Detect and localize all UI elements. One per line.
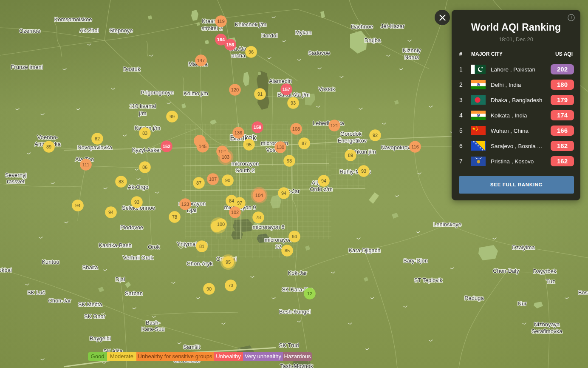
svg-text:94: 94 (292, 234, 297, 239)
svg-text:87: 87 (302, 141, 307, 146)
svg-text:12: 12 (275, 243, 281, 250)
svg-text:116: 116 (411, 144, 419, 149)
svg-text:89: 89 (46, 144, 51, 149)
svg-text:SK Luč: SK Luč (27, 289, 45, 296)
svg-text:97: 97 (237, 200, 242, 205)
svg-text:86: 86 (142, 165, 147, 170)
svg-text:Raduga: Raduga (464, 295, 484, 301)
svg-text:83: 83 (142, 131, 147, 136)
svg-text:Verhnii Orok: Verhnii Orok (123, 254, 153, 261)
svg-text:94: 94 (321, 178, 326, 183)
svg-text:Kyzyl-Asker: Kyzyl-Asker (132, 147, 161, 153)
svg-text:Alamedin: Alamedin (269, 78, 292, 84)
svg-text:microrayon: microrayon (232, 160, 259, 167)
svg-text:96: 96 (249, 49, 254, 54)
svg-text:j/m: j/m (139, 110, 146, 117)
svg-text:119: 119 (217, 19, 225, 24)
svg-text:Bash-: Bash- (146, 320, 160, 326)
svg-text:95: 95 (246, 142, 252, 147)
svg-text:90: 90 (225, 178, 230, 183)
svg-text:Sary-Djon: Sary-Djon (403, 257, 428, 264)
svg-text:microrayon 6: microrayon 6 (252, 224, 284, 230)
svg-text:Chon-Daly: Chon-Daly (493, 268, 519, 274)
svg-text:Baygeldi: Baygeldi (90, 335, 111, 342)
svg-text:Djal: Djal (116, 276, 125, 282)
svg-text:94: 94 (75, 203, 80, 208)
svg-text:93: 93 (291, 100, 296, 106)
svg-text:100: 100 (217, 222, 225, 227)
svg-text:Shalta: Shalta (82, 264, 99, 271)
svg-text:ST Teplovik: ST Teplovik (414, 277, 443, 283)
svg-text:microrayon: microrayon (265, 237, 292, 243)
svg-text:Tash-Moynok: Tash-Moynok (280, 363, 313, 368)
svg-text:Dordoi: Dordoi (261, 32, 277, 39)
svg-text:111: 111 (82, 162, 90, 167)
svg-text:Frunze imeni: Frunze imeni (11, 64, 42, 70)
svg-text:157: 157 (283, 87, 290, 92)
svg-text:Tuz: Tuz (546, 278, 555, 285)
svg-text:archa: archa (232, 52, 246, 59)
svg-text:82: 82 (95, 136, 100, 141)
svg-text:Severnyj: Severnyj (5, 172, 27, 178)
svg-text:Plodovoe: Plodovoe (120, 224, 143, 231)
svg-text:Nizhniy: Nizhniy (403, 47, 421, 54)
svg-text:Sarban: Sarban (125, 290, 143, 297)
svg-text:89: 89 (348, 153, 353, 158)
svg-text:Kashka-Bash: Kashka-Bash (99, 242, 131, 248)
svg-text:12: 12 (307, 291, 312, 296)
svg-text:Ak-Orgo: Ak-Orgo (128, 184, 148, 190)
svg-text:156: 156 (226, 42, 234, 47)
svg-text:Énergetikov: Énergetikov (338, 137, 367, 144)
svg-text:93: 93 (361, 168, 366, 174)
svg-text:Besh-Kungei: Besh-Kungei (279, 308, 311, 315)
svg-text:Dachnoe: Dachnoe (351, 23, 373, 30)
svg-text:Mykan: Mykan (295, 29, 311, 36)
svg-text:110 kvartal: 110 kvartal (130, 103, 156, 109)
svg-text:136: 136 (235, 130, 242, 135)
svg-text:Bos-: Bos- (578, 289, 588, 296)
svg-text:78: 78 (256, 215, 261, 220)
svg-text:108: 108 (292, 126, 300, 131)
svg-text:Kolmo j/m: Kolmo j/m (184, 90, 208, 97)
svg-text:Voenno-: Voenno- (37, 134, 58, 140)
svg-text:81: 81 (199, 244, 204, 249)
svg-text:94: 94 (108, 210, 113, 215)
svg-text:rassvet: rassvet (7, 178, 25, 185)
svg-text:103: 103 (222, 154, 229, 160)
svg-text:Jer-Kazar: Jer-Kazar (381, 23, 405, 29)
svg-text:121: 121 (331, 123, 338, 128)
svg-text:Ozernoe: Ozernoe (19, 28, 40, 34)
svg-text:Prigorognoye: Prigorognoye (141, 89, 173, 96)
svg-text:i: i (571, 15, 572, 20)
svg-text:147: 147 (197, 58, 205, 63)
svg-text:92: 92 (373, 133, 378, 138)
svg-text:Chon-Aryk: Chon-Aryk (187, 260, 213, 267)
svg-text:Orok: Orok (148, 244, 160, 250)
svg-text:95: 95 (226, 260, 231, 265)
svg-text:SK Trud: SK Trud (279, 342, 299, 348)
svg-text:Gorodok: Gorodok (340, 131, 362, 137)
svg-text:Novopavlovka: Novopavlovka (77, 144, 112, 151)
svg-text:102: 102 (231, 210, 239, 215)
svg-text:78: 78 (172, 214, 177, 220)
svg-text:120: 120 (231, 87, 239, 92)
svg-text:Nizhnyaya: Nizhnyaya (534, 321, 560, 328)
svg-text:Chon-Jar: Chon-Jar (48, 297, 71, 304)
svg-text:87: 87 (196, 180, 201, 185)
svg-text:104: 104 (255, 193, 263, 198)
svg-text:Norus: Norus (404, 54, 419, 60)
svg-text:Samšit: Samšit (183, 344, 200, 350)
svg-text:Stepnoye: Stepnoye (110, 27, 133, 34)
svg-text:164: 164 (217, 37, 225, 42)
svg-text:Kara-Suu: Kara-Suu (141, 326, 165, 332)
svg-text:Dzaiylma: Dzaiylma (512, 244, 535, 251)
svg-text:Kelechek j/m: Kelechek j/m (235, 21, 266, 28)
svg-text:South-2: South-2 (235, 167, 255, 174)
svg-text:okbai: okbai (0, 267, 12, 273)
svg-text:Komsomolskoe: Komsomolskoe (54, 16, 92, 23)
svg-text:Vostok: Vostok (318, 86, 335, 92)
svg-text:Leninskoye: Leninskoye (433, 221, 461, 228)
svg-text:93: 93 (134, 200, 139, 205)
svg-text:Kara-Djigach: Kara-Djigach (348, 247, 380, 254)
svg-text:SK Mečta: SK Mečta (78, 301, 102, 308)
